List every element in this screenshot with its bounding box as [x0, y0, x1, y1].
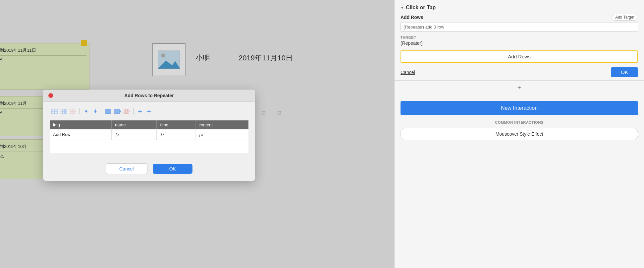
- section-title: ▼ Click or Tap: [401, 5, 638, 11]
- svg-rect-30: [124, 109, 125, 114]
- svg-rect-15: [74, 109, 76, 111]
- dialog-footer: Cancel OK: [50, 164, 248, 174]
- svg-rect-17: [74, 112, 76, 114]
- plus-button[interactable]: +: [517, 84, 521, 92]
- svg-rect-9: [63, 109, 65, 111]
- time-fx-cell: ƒx: [157, 129, 195, 140]
- plus-row: +: [395, 81, 644, 95]
- svg-rect-10: [65, 109, 67, 111]
- table-empty-row: [50, 140, 248, 153]
- common-interactions-label: COMMON INTERACTIONS: [395, 120, 644, 124]
- dialog-cancel-button[interactable]: Cancel: [106, 164, 147, 174]
- svg-rect-5: [55, 109, 57, 111]
- add-target-button[interactable]: Add Target: [612, 14, 638, 21]
- svg-rect-6: [51, 112, 54, 114]
- grid-icon-1[interactable]: [51, 109, 58, 114]
- canvas-area: ⚡ 到2019年11月11日 Λ 到2019年11月 Λ 到2019年10月 么…: [0, 0, 394, 268]
- dialog-close-button[interactable]: [48, 93, 53, 98]
- click-or-tap-section: ▼ Click or Tap Add Rows Add Target (Repe…: [395, 0, 644, 81]
- dialog-title: Add Rows to Repeater: [56, 93, 242, 98]
- dialog-title-bar: Add Rows to Repeater: [43, 90, 255, 102]
- svg-rect-26: [116, 109, 118, 114]
- col-header-time: time: [157, 120, 195, 129]
- grid-icon-2[interactable]: [60, 109, 68, 114]
- toolbar-sep-2: [102, 108, 102, 114]
- table-row: Add Row ƒx ƒx ƒx: [50, 129, 248, 140]
- svg-rect-23: [107, 109, 109, 114]
- add-rows-label: Add Rows: [401, 15, 423, 20]
- repeater-table: img name time content Add Row ƒx ƒx ƒx: [50, 120, 248, 153]
- name-fx-cell: ƒx: [112, 129, 157, 140]
- row-label-cell: Add Row: [50, 129, 112, 140]
- add-rows-row: Add Rows Add Target: [401, 14, 638, 21]
- triangle-icon: ▼: [401, 6, 404, 10]
- svg-rect-35: [140, 111, 142, 112]
- col-header-content: content: [195, 120, 248, 129]
- svg-rect-25: [114, 109, 116, 114]
- dialog-divider: [50, 158, 248, 158]
- col-remove-icon[interactable]: [123, 109, 131, 114]
- dialog-ok-button[interactable]: OK: [153, 164, 192, 174]
- svg-rect-8: [61, 109, 62, 111]
- move-down-icon[interactable]: [92, 109, 99, 114]
- svg-marker-37: [149, 110, 151, 113]
- svg-rect-4: [51, 109, 54, 111]
- right-panel: ▼ Click or Tap Add Rows Add Target (Repe…: [394, 0, 644, 268]
- col-header-img: img: [50, 120, 112, 129]
- col-grid-icon[interactable]: [105, 109, 112, 114]
- repeater-info-row: (Repeater) add 0 row: [401, 23, 638, 32]
- target-section: TARGET (Repeater): [401, 35, 638, 46]
- svg-rect-22: [105, 109, 107, 114]
- toolbar-row: [50, 106, 248, 116]
- col-add-icon[interactable]: [114, 109, 121, 114]
- new-interaction-button[interactable]: New Interaction: [401, 101, 638, 115]
- content-fx-cell: ƒx: [195, 129, 248, 140]
- svg-rect-11: [61, 112, 62, 114]
- dialog-body: img name time content Add Row ƒx ƒx ƒx: [43, 102, 255, 181]
- ok-button[interactable]: OK: [611, 67, 638, 77]
- add-rows-button[interactable]: Add Rows: [401, 50, 638, 63]
- svg-rect-31: [126, 109, 127, 114]
- cancel-ok-row: Cancel OK: [401, 67, 638, 77]
- target-label: TARGET: [401, 35, 638, 39]
- svg-rect-7: [55, 112, 57, 114]
- toolbar-sep-3: [133, 108, 134, 114]
- svg-rect-12: [63, 112, 65, 114]
- svg-marker-21: [94, 111, 97, 113]
- delete-icon[interactable]: [70, 109, 77, 114]
- move-right-icon[interactable]: [145, 109, 153, 114]
- svg-marker-34: [138, 110, 140, 113]
- col-header-name: name: [112, 120, 157, 129]
- move-up-icon[interactable]: [82, 109, 90, 114]
- svg-rect-13: [65, 112, 67, 114]
- svg-rect-14: [70, 109, 73, 111]
- svg-marker-18: [85, 109, 87, 112]
- cancel-link-button[interactable]: Cancel: [401, 70, 415, 75]
- click-or-tap-title: Click or Tap: [406, 5, 436, 11]
- move-left-icon[interactable]: [136, 109, 143, 114]
- svg-rect-16: [70, 112, 73, 114]
- add-rows-dialog: Add Rows to Repeater: [43, 90, 255, 181]
- empty-cell: [50, 140, 248, 153]
- svg-rect-24: [109, 109, 111, 114]
- mouseover-style-effect-button[interactable]: Mouseover Style Effect: [401, 128, 638, 140]
- svg-rect-19: [86, 111, 86, 113]
- toolbar-sep-1: [80, 108, 80, 114]
- target-value: (Repeater): [401, 40, 638, 46]
